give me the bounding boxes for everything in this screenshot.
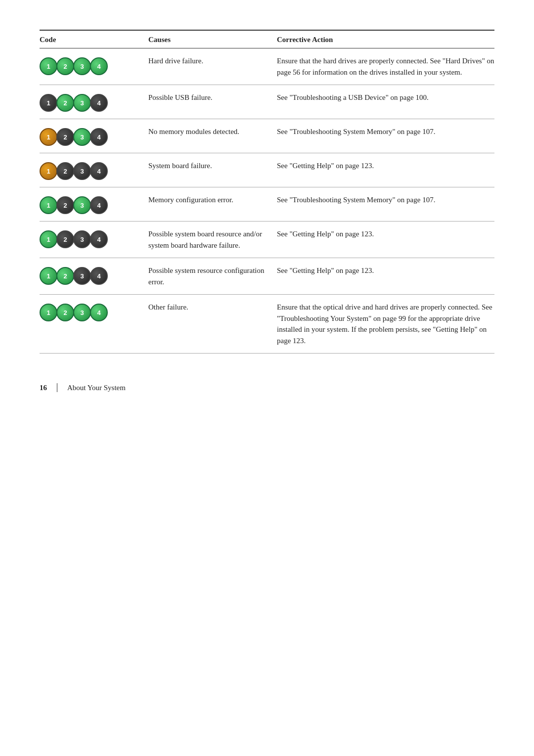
led-4: 4 <box>90 267 108 285</box>
led-2: 2 <box>56 94 74 112</box>
main-table: Code Causes Corrective Action 1 2 3 4 Ha… <box>40 30 494 354</box>
action-cell: See "Getting Help" on page 123. <box>277 265 494 276</box>
causes-cell: Memory configuration error. <box>148 194 277 206</box>
action-cell: See "Getting Help" on page 123. <box>277 228 494 240</box>
led-3: 3 <box>73 230 91 248</box>
causes-cell: No memory modules detected. <box>148 126 277 137</box>
led-4: 4 <box>90 128 108 146</box>
led-2: 2 <box>56 304 74 321</box>
led-3: 3 <box>73 94 91 112</box>
led-1: 1 <box>40 94 57 112</box>
led-4: 4 <box>90 94 108 112</box>
table-row: 1 2 3 4 Possible system resource configu… <box>40 258 494 295</box>
led-1: 1 <box>40 196 57 214</box>
footer-divider <box>57 383 57 392</box>
led-2: 2 <box>56 57 74 75</box>
code-cell: 1 2 3 4 <box>40 92 148 112</box>
led-4: 4 <box>90 57 108 75</box>
action-cell: See "Troubleshooting System Memory" on p… <box>277 194 494 206</box>
code-cell: 1 2 3 4 <box>40 302 148 321</box>
causes-cell: Possible system resource configuration e… <box>148 265 277 287</box>
action-cell: Ensure that the hard drives are properly… <box>277 55 494 78</box>
col-header-action: Corrective Action <box>277 36 494 44</box>
code-cell: 1 2 3 4 <box>40 228 148 248</box>
code-cell: 1 2 3 4 <box>40 160 148 180</box>
table-row: 1 2 3 4 Possible USB failure. See "Troub… <box>40 85 494 119</box>
action-cell: See "Troubleshooting System Memory" on p… <box>277 126 494 137</box>
led-1: 1 <box>40 230 57 248</box>
code-cell: 1 2 3 4 <box>40 194 148 214</box>
led-1: 1 <box>40 304 57 321</box>
led-3: 3 <box>73 196 91 214</box>
table-row: 1 2 3 4 Hard drive failure. Ensure that … <box>40 48 494 85</box>
code-cell: 1 2 3 4 <box>40 126 148 146</box>
action-cell: Ensure that the optical drive and hard d… <box>277 302 494 346</box>
led-3: 3 <box>73 162 91 180</box>
led-1: 1 <box>40 162 57 180</box>
led-2: 2 <box>56 230 74 248</box>
table-row: 1 2 3 4 System board failure. See "Getti… <box>40 153 494 187</box>
led-3: 3 <box>73 267 91 285</box>
causes-cell: Other failure. <box>148 302 277 313</box>
footer: 16 About Your System <box>40 383 494 392</box>
table-row: 1 2 3 4 Possible system board resource a… <box>40 222 494 258</box>
causes-cell: Possible system board resource and/or sy… <box>148 228 277 251</box>
led-2: 2 <box>56 128 74 146</box>
causes-cell: Possible USB failure. <box>148 92 277 103</box>
causes-cell: System board failure. <box>148 160 277 172</box>
footer-label: About Your System <box>67 384 126 392</box>
action-cell: See "Troubleshooting a USB Device" on pa… <box>277 92 494 103</box>
table-row: 1 2 3 4 Other failure. Ensure that the o… <box>40 295 494 354</box>
led-4: 4 <box>90 196 108 214</box>
table-row: 1 2 3 4 No memory modules detected. See … <box>40 119 494 153</box>
led-2: 2 <box>56 162 74 180</box>
led-4: 4 <box>90 230 108 248</box>
action-cell: See "Getting Help" on page 123. <box>277 160 494 172</box>
causes-cell: Hard drive failure. <box>148 55 277 67</box>
led-1: 1 <box>40 128 57 146</box>
led-1: 1 <box>40 267 57 285</box>
table-header: Code Causes Corrective Action <box>40 31 494 48</box>
col-header-causes: Causes <box>148 36 277 44</box>
led-3: 3 <box>73 304 91 321</box>
led-3: 3 <box>73 57 91 75</box>
code-cell: 1 2 3 4 <box>40 55 148 75</box>
led-2: 2 <box>56 196 74 214</box>
led-4: 4 <box>90 162 108 180</box>
page-number: 16 <box>40 384 47 392</box>
col-header-code: Code <box>40 36 148 44</box>
led-1: 1 <box>40 57 57 75</box>
table-row: 1 2 3 4 Memory configuration error. See … <box>40 187 494 222</box>
led-2: 2 <box>56 267 74 285</box>
led-4: 4 <box>90 304 108 321</box>
led-3: 3 <box>73 128 91 146</box>
code-cell: 1 2 3 4 <box>40 265 148 285</box>
